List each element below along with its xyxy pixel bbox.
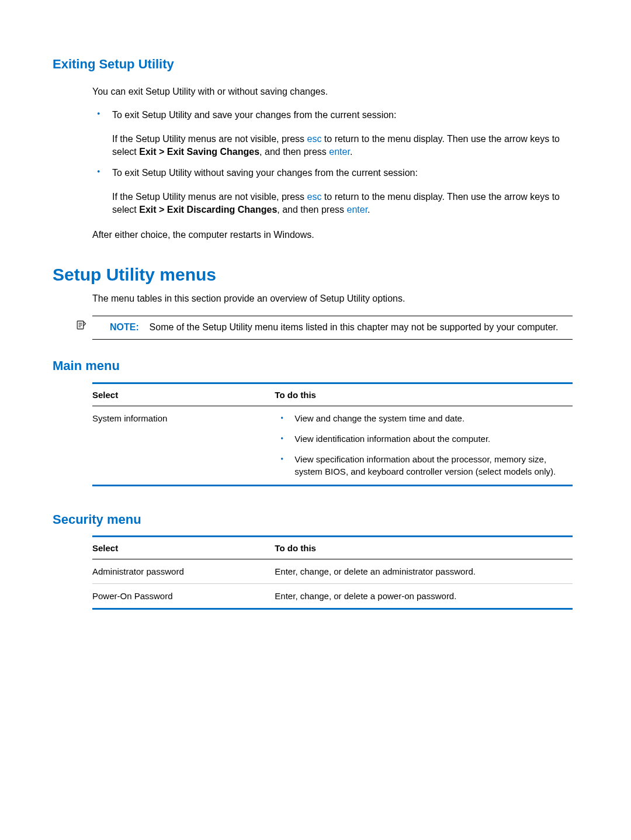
- heading-security-menu: Security menu: [53, 511, 573, 529]
- key-enter: enter: [347, 205, 368, 215]
- menus-intro-paragraph: The menu tables in this section provide …: [92, 292, 573, 305]
- note-label: NOTE:: [110, 322, 139, 332]
- key-esc: esc: [307, 192, 321, 202]
- text-fragment: .: [350, 147, 352, 157]
- exiting-bullet-save: To exit Setup Utility and save your chan…: [92, 109, 573, 158]
- text-fragment: If the Setup Utility menus are not visib…: [112, 134, 307, 144]
- exiting-closing-paragraph: After either choice, the computer restar…: [92, 229, 573, 241]
- exiting-bullet-discard-lead: To exit Setup Utility without saving you…: [112, 168, 418, 178]
- security-row-todo: Enter, change, or delete a power-on pass…: [275, 584, 573, 609]
- list-item: View identification information about th…: [275, 433, 569, 453]
- note-content: Some of the Setup Utility menu items lis…: [150, 322, 559, 332]
- security-row-select: Power-On Password: [92, 584, 275, 609]
- note-icon: [76, 320, 86, 333]
- text-fragment: , and then press: [259, 147, 329, 157]
- heading-exiting-setup-utility: Exiting Setup Utility: [53, 56, 573, 74]
- exiting-bullet-discard-detail: If the Setup Utility menus are not visib…: [112, 191, 573, 217]
- key-enter: enter: [329, 147, 350, 157]
- menu-path-exit-saving: Exit > Exit Saving Changes: [139, 147, 259, 157]
- exiting-bullet-save-detail: If the Setup Utility menus are not visib…: [112, 133, 573, 159]
- table-header-select: Select: [92, 537, 275, 559]
- table-row: Administrator password Enter, change, or…: [92, 559, 573, 584]
- table-header-todo: To do this: [275, 537, 573, 559]
- exiting-bullet-save-lead: To exit Setup Utility and save your chan…: [112, 110, 396, 120]
- list-item: View specification information about the…: [275, 453, 569, 479]
- text-fragment: If the Setup Utility menus are not visib…: [112, 192, 307, 202]
- note-text: [141, 322, 149, 332]
- text-fragment: .: [367, 205, 370, 215]
- table-row: System information View and change the s…: [92, 406, 573, 485]
- main-row-select: System information: [92, 406, 275, 485]
- text-fragment: , and then press: [277, 205, 346, 215]
- note-block: NOTE: Some of the Setup Utility menu ite…: [92, 316, 573, 339]
- table-header-select: Select: [92, 383, 275, 406]
- exiting-bullet-discard: To exit Setup Utility without saving you…: [92, 167, 573, 216]
- menu-path-exit-discarding: Exit > Exit Discarding Changes: [139, 205, 277, 215]
- security-row-todo: Enter, change, or delete an administrato…: [275, 559, 573, 584]
- table-header-todo: To do this: [275, 383, 573, 406]
- heading-main-menu: Main menu: [53, 357, 573, 375]
- security-menu-table: Select To do this Administrator password…: [92, 535, 573, 610]
- heading-setup-utility-menus: Setup Utility menus: [53, 265, 573, 284]
- security-row-select: Administrator password: [92, 559, 275, 584]
- list-item: View and change the system time and date…: [275, 412, 569, 433]
- key-esc: esc: [307, 134, 321, 144]
- exiting-intro-paragraph: You can exit Setup Utility with or witho…: [92, 85, 573, 98]
- main-menu-table: Select To do this System information Vie…: [92, 382, 573, 486]
- table-row: Power-On Password Enter, change, or dele…: [92, 584, 573, 609]
